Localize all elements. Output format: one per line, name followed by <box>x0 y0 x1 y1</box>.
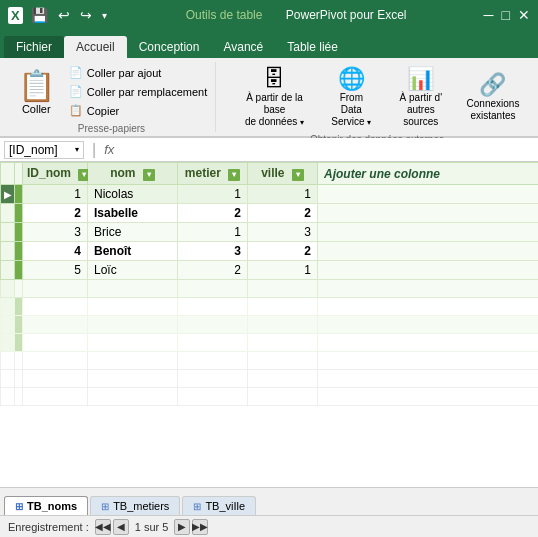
app-title: PowerPivot pour Excel <box>286 8 407 22</box>
table-row[interactable]: 4 Benoît 3 2 <box>1 242 539 261</box>
tb-ville-label: TB_viIle <box>205 500 245 512</box>
empty-row <box>1 316 539 334</box>
sheet-tab-tb-noms[interactable]: ⊞ TB_noms <box>4 496 88 515</box>
cell-r2-ville[interactable]: 2 <box>248 204 318 223</box>
empty-row <box>1 352 539 370</box>
table-row[interactable]: ▶ 1 Nicolas 1 1 <box>1 185 539 204</box>
cell-r4-nom[interactable]: Benoît <box>88 242 178 261</box>
nav-last-icon[interactable]: ▶▶ <box>192 519 208 535</box>
undo-qa-icon[interactable]: ↩ <box>56 5 72 25</box>
cell-r2-metier[interactable]: 2 <box>178 204 248 223</box>
status-bar: Enregistrement : ◀◀ ◀ 1 sur 5 ▶ ▶▶ <box>0 515 538 537</box>
name-box-value: [ID_nom] <box>9 143 58 157</box>
cell-r5-nom[interactable]: Loïc <box>88 261 178 280</box>
tb-metiers-label: TB_metiers <box>113 500 169 512</box>
external-data-group: 🗄 À partir de la basede données ▾ 🌐 From… <box>224 62 530 132</box>
clipboard-group-label: Presse-papiers <box>78 119 145 134</box>
coller-button[interactable]: 📋 Coller <box>12 66 61 117</box>
from-other-sources-label: À partir d'autres sources <box>390 92 452 128</box>
col-filter-metier[interactable]: ▾ <box>228 169 240 181</box>
copier-icon: 📋 <box>69 104 83 117</box>
table-row[interactable]: 5 Loïc 2 1 <box>1 261 539 280</box>
cell-r4-metier[interactable]: 3 <box>178 242 248 261</box>
cell-r1-id[interactable]: 1 <box>23 185 88 204</box>
maximize-icon[interactable]: □ <box>502 7 510 23</box>
window-controls: ─ □ ✕ <box>484 7 530 23</box>
name-box[interactable]: [ID_nom] ▾ <box>4 141 84 159</box>
coller-ajout-icon: 📄 <box>69 66 83 79</box>
save-qa-icon[interactable]: 💾 <box>29 5 50 25</box>
cell-r1-metier[interactable]: 1 <box>178 185 248 204</box>
empty-row <box>1 298 539 316</box>
col-header-nom[interactable]: nom ▾ <box>88 163 178 185</box>
tab-accueil[interactable]: Accueil <box>64 36 127 58</box>
nav-next-icon[interactable]: ▶ <box>174 519 190 535</box>
qa-dropdown-icon[interactable]: ▾ <box>100 8 109 23</box>
cell-r5-metier[interactable]: 2 <box>178 261 248 280</box>
sheet-tab-bar: ⊞ TB_noms ⊞ TB_metiers ⊞ TB_viIle <box>0 487 538 515</box>
sheet-tab-tb-ville[interactable]: ⊞ TB_viIle <box>182 496 256 515</box>
coller-par-ajout-button[interactable]: 📄 Coller par ajout <box>65 64 211 81</box>
col-filter-ville[interactable]: ▾ <box>292 169 304 181</box>
col-header-id-nom-label: ID_nom <box>27 166 71 180</box>
external-data-content: 🗄 À partir de la basede données ▾ 🌐 From… <box>232 64 522 130</box>
from-data-service-button[interactable]: 🌐 From DataService ▾ <box>325 64 378 130</box>
tab-avance[interactable]: Avancé <box>211 36 275 58</box>
ribbon-tab-bar: Fichier Accueil Conception Avancé Table … <box>0 30 538 58</box>
data-service-icon: 🌐 <box>338 66 365 92</box>
col-header-id-nom[interactable]: ID_nom ▾ <box>23 163 88 185</box>
cell-r2-id[interactable]: 2 <box>23 204 88 223</box>
coller-remplacement-icon: 📄 <box>69 85 83 98</box>
cell-r5-ville[interactable]: 1 <box>248 261 318 280</box>
cell-r5-id[interactable]: 5 <box>23 261 88 280</box>
cell-r3-nom[interactable]: Brice <box>88 223 178 242</box>
existing-connections-button[interactable]: 🔗 Connexionsexistantes <box>464 70 522 124</box>
cell-r2-nom[interactable]: Isabelle <box>88 204 178 223</box>
cell-r3-ville[interactable]: 3 <box>248 223 318 242</box>
sheet-tab-tb-metiers[interactable]: ⊞ TB_metiers <box>90 496 180 515</box>
cell-r1-nom[interactable]: Nicolas <box>88 185 178 204</box>
from-database-label: À partir de la basede données ▾ <box>236 92 313 128</box>
col-filter-nom[interactable]: ▾ <box>143 169 155 181</box>
from-database-button[interactable]: 🗄 À partir de la basede données ▾ <box>232 64 317 130</box>
status-label: Enregistrement : <box>8 521 89 533</box>
title-bar: X 💾 ↩ ↪ ▾ Outils de table PowerPivot pou… <box>0 0 538 30</box>
col-header-add[interactable]: Ajouter une colonne <box>318 163 539 185</box>
cell-r4-add <box>318 242 539 261</box>
cell-r3-id[interactable]: 3 <box>23 223 88 242</box>
cell-r3-add <box>318 223 539 242</box>
cell-r4-id[interactable]: 4 <box>23 242 88 261</box>
empty-row <box>1 280 539 298</box>
cell-r3-metier[interactable]: 1 <box>178 223 248 242</box>
minimize-icon[interactable]: ─ <box>484 7 494 23</box>
fx-label: fx <box>104 142 114 157</box>
table-row[interactable]: 2 Isabelle 2 2 <box>1 204 539 223</box>
table-row[interactable]: 3 Brice 1 3 <box>1 223 539 242</box>
name-box-arrow[interactable]: ▾ <box>75 145 79 154</box>
record-current: 1 sur 5 <box>135 521 169 533</box>
from-other-sources-button[interactable]: 📊 À partir d'autres sources <box>386 64 456 130</box>
copier-button[interactable]: 📋 Copier <box>65 102 211 119</box>
coller-par-remplacement-button[interactable]: 📄 Coller par remplacement <box>65 83 211 100</box>
cell-r2-add <box>318 204 539 223</box>
empty-row <box>1 388 539 406</box>
cell-r4-ville[interactable]: 2 <box>248 242 318 261</box>
nav-prev-icon[interactable]: ◀ <box>113 519 129 535</box>
cell-r1-ville[interactable]: 1 <box>248 185 318 204</box>
other-sources-icon: 📊 <box>407 66 434 92</box>
database-icon: 🗄 <box>263 66 285 92</box>
redo-qa-icon[interactable]: ↪ <box>78 5 94 25</box>
formula-bar: [ID_nom] ▾ | fx <box>0 138 538 162</box>
tab-conception[interactable]: Conception <box>127 36 212 58</box>
nav-first-icon[interactable]: ◀◀ <box>95 519 111 535</box>
tb-ville-icon: ⊞ <box>193 501 201 512</box>
table-header-row: ID_nom ▾ nom ▾ metier ▾ ville ▾ <box>1 163 539 185</box>
tab-fichier[interactable]: Fichier <box>4 36 64 58</box>
col-header-ville[interactable]: ville ▾ <box>248 163 318 185</box>
close-icon[interactable]: ✕ <box>518 7 530 23</box>
tb-metiers-icon: ⊞ <box>101 501 109 512</box>
col-header-metier[interactable]: metier ▾ <box>178 163 248 185</box>
tab-table-liee[interactable]: Table liée <box>275 36 350 58</box>
col-header-nom-label: nom <box>110 166 135 180</box>
table-area: ID_nom ▾ nom ▾ metier ▾ ville ▾ <box>0 162 538 487</box>
